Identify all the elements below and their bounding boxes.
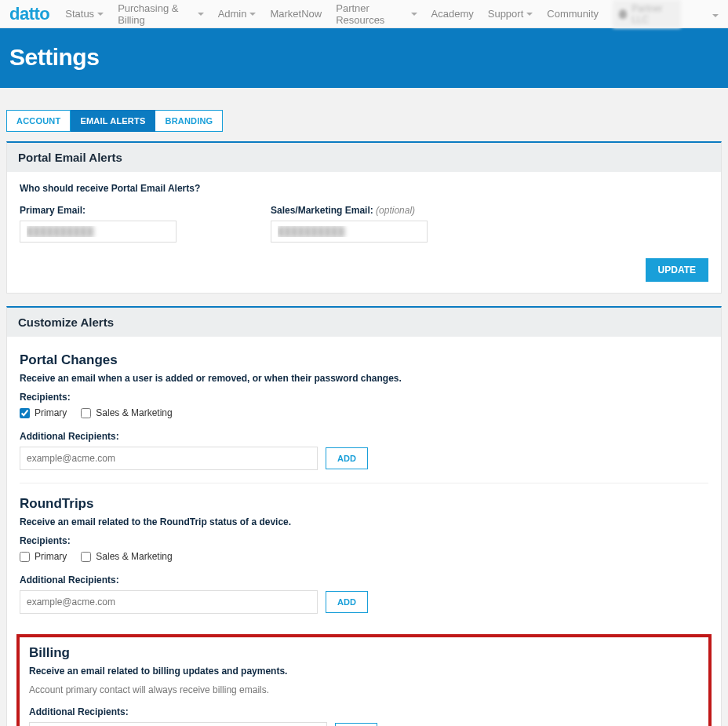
nav-status[interactable]: Status (65, 8, 104, 20)
portal-changes-sales-check[interactable]: Sales & Marketing (81, 407, 172, 418)
brand-logo: datto (9, 4, 49, 24)
user-icon (619, 9, 627, 19)
roundtrips-primary-checkbox[interactable] (20, 552, 30, 562)
roundtrips-add-button[interactable]: ADD (326, 591, 368, 613)
page-title: Settings (9, 44, 719, 71)
user-label: Partner LLC (632, 3, 675, 25)
tab-branding[interactable]: BRANDING (155, 110, 223, 132)
panel-header-portal-alerts: Portal Email Alerts (7, 143, 721, 172)
section-roundtrips: RoundTrips Receive an email related to t… (20, 491, 708, 626)
additional-recipients-label-1: Additional Recipients: (20, 431, 708, 442)
top-nav: datto Status Purchasing & Billing Admin … (0, 0, 728, 28)
nav-admin[interactable]: Admin (218, 8, 257, 20)
primary-email-label: Primary Email: (20, 205, 177, 216)
portal-changes-add-button[interactable]: ADD (326, 447, 368, 469)
additional-recipients-label-3: Additional Recipients: (29, 706, 699, 717)
billing-title: Billing (29, 645, 699, 661)
billing-employee-select[interactable]: Select an employee (29, 722, 327, 726)
billing-note: Account primary contact will always rece… (29, 684, 699, 695)
roundtrips-title: RoundTrips (20, 496, 708, 512)
nav-marketnow[interactable]: MarketNow (270, 8, 322, 20)
roundtrips-desc: Receive an email related to the RoundTri… (20, 516, 708, 527)
recipients-label-1: Recipients: (20, 392, 708, 403)
tab-email-alerts[interactable]: EMAIL ALERTS (71, 110, 155, 132)
panel-customize-alerts: Customize Alerts Portal Changes Receive … (6, 306, 722, 726)
optional-hint: (optional) (376, 205, 415, 216)
user-menu[interactable]: Partner LLC (613, 0, 681, 28)
additional-recipients-label-2: Additional Recipients: (20, 575, 708, 586)
portal-changes-desc: Receive an email when a user is added or… (20, 373, 708, 384)
billing-desc: Receive an email related to billing upda… (29, 666, 699, 677)
sales-email-label: Sales/Marketing Email: (optional) (271, 205, 428, 216)
portal-changes-primary-check[interactable]: Primary (20, 407, 67, 418)
nav-support[interactable]: Support (488, 8, 533, 20)
panel-header-customize: Customize Alerts (7, 308, 721, 337)
portal-changes-add-email-input[interactable] (20, 447, 318, 470)
roundtrips-primary-check[interactable]: Primary (20, 551, 67, 562)
portal-changes-sales-checkbox[interactable] (81, 408, 91, 418)
roundtrips-sales-checkbox[interactable] (81, 552, 91, 562)
nav-community[interactable]: Community (547, 8, 599, 20)
tab-account[interactable]: ACCOUNT (6, 110, 71, 132)
roundtrips-sales-check[interactable]: Sales & Marketing (81, 551, 172, 562)
page-banner: Settings (0, 28, 728, 88)
primary-email-input[interactable] (20, 221, 177, 243)
portal-changes-title: Portal Changes (20, 352, 708, 368)
settings-tabs: ACCOUNT EMAIL ALERTS BRANDING (6, 110, 722, 132)
portal-alerts-question: Who should receive Portal Email Alerts? (20, 183, 708, 194)
user-menu-caret[interactable] (712, 8, 719, 20)
sales-email-input[interactable] (271, 221, 428, 243)
section-portal-changes: Portal Changes Receive an email when a u… (20, 348, 708, 483)
portal-changes-primary-checkbox[interactable] (20, 408, 30, 418)
nav-purchasing-billing[interactable]: Purchasing & Billing (118, 2, 204, 26)
billing-add-button[interactable]: ADD (335, 723, 377, 726)
nav-partner-resources[interactable]: Partner Resources (336, 2, 417, 26)
section-billing-highlight: Billing Receive an email related to bill… (16, 634, 712, 726)
roundtrips-add-email-input[interactable] (20, 590, 318, 614)
nav-academy[interactable]: Academy (431, 8, 474, 20)
panel-portal-email-alerts: Portal Email Alerts Who should receive P… (6, 141, 722, 294)
recipients-label-2: Recipients: (20, 535, 708, 546)
update-button[interactable]: UPDATE (646, 258, 708, 282)
